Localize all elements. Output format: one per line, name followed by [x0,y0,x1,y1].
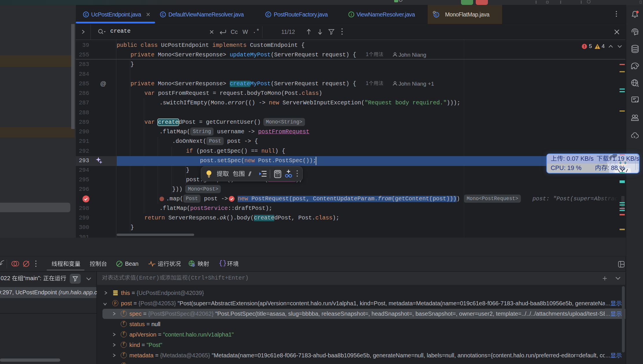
svg-text:C: C [435,13,438,17]
svg-text:I: I [351,13,352,17]
svg-text:C: C [267,13,270,17]
svg-text:C: C [162,13,164,17]
svg-text:C: C [85,13,87,17]
